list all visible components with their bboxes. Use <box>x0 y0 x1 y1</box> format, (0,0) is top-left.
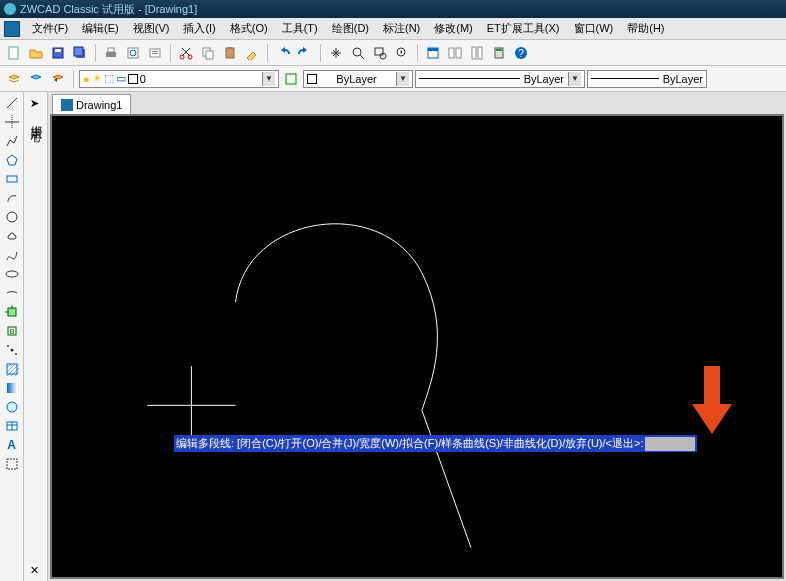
redo-icon[interactable] <box>295 43 315 63</box>
menu-file[interactable]: 文件(F) <box>26 19 74 38</box>
lock-open-icon: ⬚ <box>104 72 114 85</box>
rectangle-tool-icon[interactable] <box>3 170 21 188</box>
menu-insert[interactable]: 插入(I) <box>177 19 221 38</box>
svg-rect-11 <box>152 53 158 54</box>
calculator-icon[interactable] <box>489 43 509 63</box>
open-icon[interactable] <box>26 43 46 63</box>
layer-iso-icon[interactable] <box>281 69 301 89</box>
svg-rect-55 <box>704 366 720 404</box>
palette-close-icon[interactable]: ✕ <box>25 561 43 579</box>
lightbulb-on-icon: ● <box>83 73 90 85</box>
revcloud-tool-icon[interactable] <box>3 227 21 245</box>
copy-icon[interactable] <box>198 43 218 63</box>
mtext-tool-icon[interactable]: A <box>3 436 21 454</box>
main-area: B A ➤ 绑定中心 ✕ Drawing1 <box>0 92 786 581</box>
chevron-down-icon[interactable]: ▼ <box>568 72 581 86</box>
svg-rect-17 <box>228 47 232 49</box>
dwg-icon <box>61 99 73 111</box>
svg-line-19 <box>360 55 364 59</box>
svg-rect-5 <box>106 52 116 57</box>
svg-point-39 <box>6 271 18 277</box>
drawing-canvas[interactable]: 编辑多段线: [闭合(C)/打开(O)/合并(J)/宽度(W)/拟合(F)/样条… <box>50 114 784 579</box>
zoom-realtime-icon[interactable] <box>348 43 368 63</box>
current-layer-name: 0 <box>140 73 146 85</box>
chevron-down-icon[interactable]: ▼ <box>396 72 409 86</box>
svg-point-45 <box>15 353 17 355</box>
lineweight-bylayer-combo[interactable]: ByLayer <box>587 70 707 88</box>
gradient-tool-icon[interactable] <box>3 379 21 397</box>
menu-view[interactable]: 视图(V) <box>127 19 176 38</box>
tool-palette-icon[interactable] <box>467 43 487 63</box>
zoom-prev-icon[interactable] <box>392 43 412 63</box>
zoom-window-icon[interactable] <box>370 43 390 63</box>
linetype-bylayer-combo[interactable]: ByLayer ▼ <box>415 70 585 88</box>
svg-rect-6 <box>108 48 114 52</box>
svg-point-38 <box>7 212 17 222</box>
ellipse-tool-icon[interactable] <box>3 265 21 283</box>
matchprop-icon[interactable] <box>242 43 262 63</box>
properties-icon[interactable] <box>423 43 443 63</box>
svg-rect-0 <box>9 47 18 59</box>
palette-toggle-icon[interactable]: ➤ <box>25 94 43 112</box>
layer-state-combo[interactable]: ● ☀ ⬚ ▭ 0 ▼ <box>79 70 279 88</box>
app-icon[interactable] <box>4 21 20 37</box>
lineweight-label: ByLayer <box>663 73 703 85</box>
ellipse-arc-tool-icon[interactable] <box>3 284 21 302</box>
svg-rect-2 <box>55 49 61 52</box>
svg-rect-4 <box>74 47 83 56</box>
app-logo-icon <box>4 3 16 15</box>
polyline-tool-icon[interactable] <box>3 132 21 150</box>
circle-tool-icon[interactable] <box>3 208 21 226</box>
publish-icon[interactable] <box>145 43 165 63</box>
color-swatch-icon <box>307 74 317 84</box>
svg-rect-26 <box>456 48 461 58</box>
help-icon[interactable]: ? <box>511 43 531 63</box>
svg-text:B: B <box>9 327 14 336</box>
make-block-tool-icon[interactable]: B <box>3 322 21 340</box>
menu-et[interactable]: ET扩展工具(X) <box>481 19 566 38</box>
save-icon[interactable] <box>48 43 68 63</box>
menu-window[interactable]: 窗口(W) <box>568 19 620 38</box>
color-bylayer-combo[interactable]: ByLayer ▼ <box>303 70 413 88</box>
svg-line-34 <box>7 98 17 108</box>
spline-tool-icon[interactable] <box>3 246 21 264</box>
saveall-icon[interactable] <box>70 43 90 63</box>
menu-modify[interactable]: 修改(M) <box>428 19 479 38</box>
insert-block-tool-icon[interactable] <box>3 303 21 321</box>
menu-tools[interactable]: 工具(T) <box>276 19 324 38</box>
menu-edit[interactable]: 编辑(E) <box>76 19 125 38</box>
cut-icon[interactable] <box>176 43 196 63</box>
menu-help[interactable]: 帮助(H) <box>621 19 670 38</box>
point-tool-icon[interactable] <box>3 341 21 359</box>
svg-rect-37 <box>7 176 17 182</box>
svg-rect-46 <box>7 364 17 374</box>
plot-preview-icon[interactable] <box>123 43 143 63</box>
document-tab-drawing1[interactable]: Drawing1 <box>52 94 131 114</box>
region-tool-icon[interactable] <box>3 398 21 416</box>
line-tool-icon[interactable] <box>3 94 21 112</box>
pan-icon[interactable] <box>326 43 346 63</box>
menu-dimension[interactable]: 标注(N) <box>377 19 426 38</box>
arc-tool-icon[interactable] <box>3 189 21 207</box>
table-tool-icon[interactable] <box>3 417 21 435</box>
paste-icon[interactable] <box>220 43 240 63</box>
svg-point-18 <box>353 48 361 56</box>
command-prompt-input[interactable] <box>645 437 695 451</box>
undo-icon[interactable] <box>273 43 293 63</box>
svg-rect-52 <box>7 459 17 469</box>
svg-point-48 <box>7 402 17 412</box>
new-icon[interactable] <box>4 43 24 63</box>
layer-prev-icon[interactable] <box>48 69 68 89</box>
layer-manager-icon[interactable] <box>4 69 24 89</box>
polygon-tool-icon[interactable] <box>3 151 21 169</box>
print-icon[interactable] <box>101 43 121 63</box>
menu-draw[interactable]: 绘图(D) <box>326 19 375 38</box>
design-center-icon[interactable] <box>445 43 465 63</box>
layer-states-icon[interactable] <box>26 69 46 89</box>
chevron-down-icon[interactable]: ▼ <box>262 72 275 86</box>
hatch-tool-icon[interactable] <box>3 360 21 378</box>
toolbar-separator <box>73 70 74 88</box>
menu-format[interactable]: 格式(O) <box>224 19 274 38</box>
xline-tool-icon[interactable] <box>3 113 21 131</box>
addselected-tool-icon[interactable] <box>3 455 21 473</box>
